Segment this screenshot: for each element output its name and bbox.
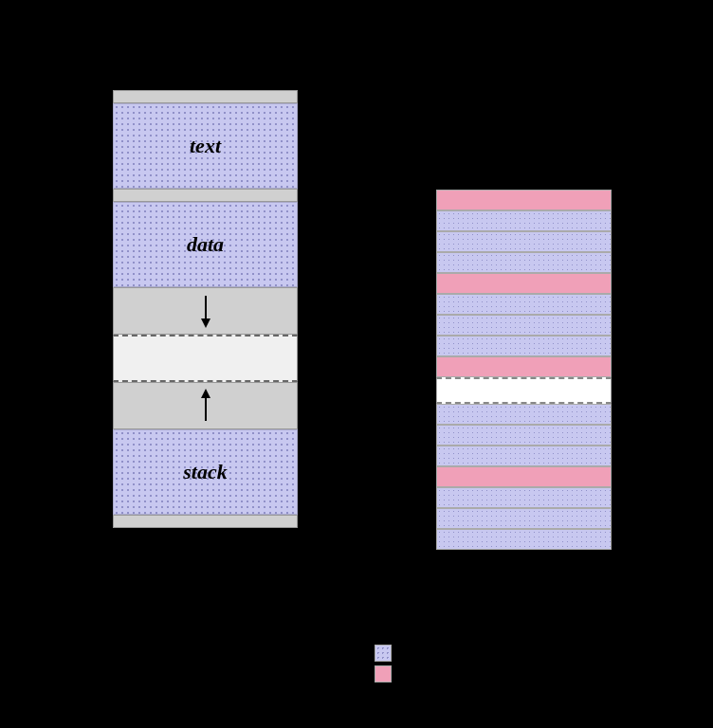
frame-row — [436, 190, 612, 210]
top-border — [113, 90, 298, 103]
frame-row — [436, 273, 612, 294]
frame-row — [436, 404, 612, 425]
frame-row — [436, 466, 612, 487]
gap-segment — [113, 335, 298, 382]
frame-row — [436, 252, 612, 273]
text-segment: text — [113, 103, 298, 189]
legend-item-pink — [375, 665, 392, 682]
legend-item-blue — [375, 645, 392, 662]
arrow-up — [113, 382, 298, 429]
frame-row — [436, 315, 612, 336]
down-arrow-icon — [196, 292, 215, 330]
frame-row — [436, 487, 612, 508]
svg-marker-1 — [201, 318, 210, 328]
stack-label: stack — [183, 460, 227, 484]
arrow-down — [113, 287, 298, 335]
legend — [375, 645, 392, 682]
bottom-border — [113, 515, 298, 528]
gap-row — [436, 377, 612, 404]
stack-segment: stack — [113, 429, 298, 515]
frame-row — [436, 231, 612, 252]
frame-row — [436, 356, 612, 377]
stack-frames-diagram — [436, 190, 612, 550]
mid-border-1 — [113, 189, 298, 202]
legend-pink-box — [375, 665, 392, 682]
data-label: data — [187, 232, 224, 257]
frame-row — [436, 508, 612, 529]
legend-blue-box — [375, 645, 392, 662]
memory-layout-diagram: text data stack — [113, 90, 298, 528]
frame-row — [436, 446, 612, 466]
data-segment: data — [113, 202, 298, 287]
frame-row — [436, 425, 612, 446]
frame-row — [436, 294, 612, 315]
frame-row — [436, 210, 612, 231]
up-arrow-icon — [196, 387, 215, 425]
text-label: text — [190, 134, 221, 158]
frame-row — [436, 529, 612, 550]
svg-marker-3 — [201, 389, 210, 398]
frame-row — [436, 336, 612, 356]
